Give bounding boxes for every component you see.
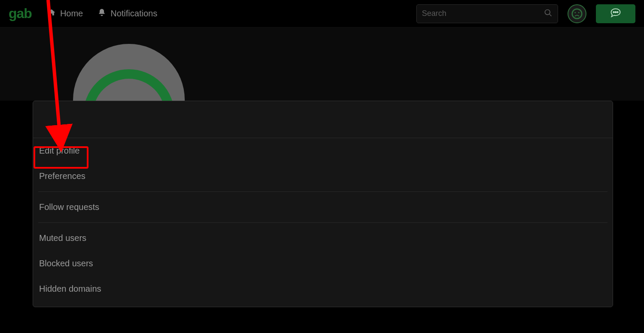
nav-links: Home Notifications: [47, 8, 157, 19]
home-icon: [47, 8, 56, 19]
menu-item-preferences[interactable]: Preferences: [33, 163, 613, 189]
nav-home-label: Home: [60, 9, 83, 18]
svg-point-1: [574, 12, 576, 13]
bell-icon: [98, 8, 106, 19]
svg-point-5: [617, 11, 618, 12]
menu-header-blank: [33, 101, 613, 138]
search-box[interactable]: [416, 4, 558, 23]
menu-divider: [38, 191, 607, 192]
brand-logo[interactable]: gab: [9, 6, 32, 22]
menu-item-hidden-domains[interactable]: Hidden domains: [33, 276, 613, 302]
menu-item-follow-requests[interactable]: Follow requests: [33, 194, 613, 220]
menu-item-edit-profile[interactable]: Edit profile: [33, 138, 613, 163]
nav-home[interactable]: Home: [47, 8, 83, 19]
search-input[interactable]: [422, 9, 544, 18]
search-icon: [544, 9, 552, 19]
svg-point-0: [572, 9, 582, 18]
avatar-small[interactable]: [568, 4, 586, 23]
settings-menu: Edit profile Preferences Follow requests…: [33, 101, 613, 307]
speech-bubble-icon: [610, 7, 622, 21]
top-nav: gab Home Notifications: [0, 0, 644, 28]
menu-item-blocked-users[interactable]: Blocked users: [33, 251, 613, 276]
compose-button[interactable]: [596, 4, 635, 23]
menu-divider: [38, 222, 607, 223]
svg-point-3: [613, 11, 614, 12]
nav-notifications[interactable]: Notifications: [98, 8, 157, 19]
svg-point-2: [578, 12, 580, 13]
nav-notifications-label: Notifications: [110, 9, 157, 18]
svg-point-4: [615, 11, 617, 12]
frown-face-icon: [571, 8, 583, 20]
menu-item-muted-users[interactable]: Muted users: [33, 225, 613, 251]
